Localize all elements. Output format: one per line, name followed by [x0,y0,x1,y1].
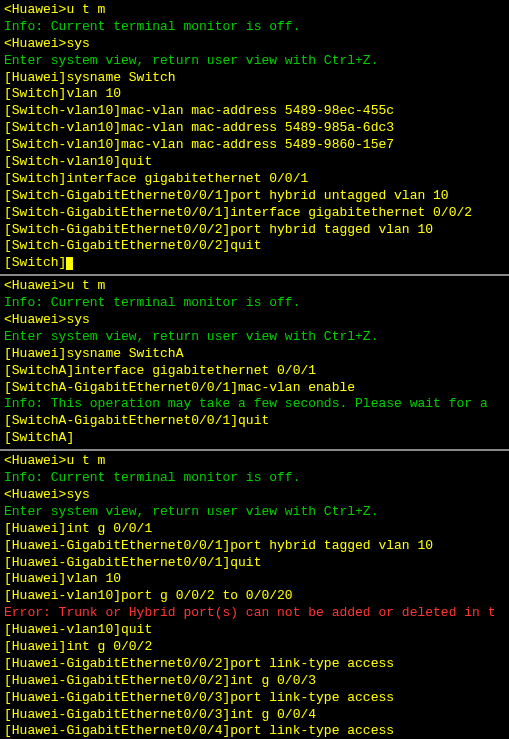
prompt-text: <Huawei>sys [4,312,90,327]
prompt-text: [SwitchA-GigabitEthernet0/0/1]mac-vlan e… [4,380,355,395]
prompt-text: [Huawei-GigabitEthernet0/0/2]int g 0/0/3 [4,673,316,688]
prompt-text: [Switch-vlan10]mac-vlan mac-address 5489… [4,137,394,152]
prompt-text: [Huawei-GigabitEthernet0/0/3]int g 0/0/4 [4,707,316,722]
terminal-line: [Huawei-GigabitEthernet0/0/4]port link-t… [4,723,505,739]
prompt-text: [Huawei]vlan 10 [4,571,121,586]
prompt-text: <Huawei>sys [4,36,90,51]
terminal-block-1: <Huawei>u t mInfo: Current terminal moni… [0,274,509,449]
prompt-text: [Huawei-GigabitEthernet0/0/1]quit [4,555,261,570]
terminal-line: [Huawei]int g 0/0/1 [4,521,505,538]
terminal-line: Info: Current terminal monitor is off. [4,19,505,36]
terminal-line: [Huawei]sysname Switch [4,70,505,87]
terminal-line: Info: This operation may take a few seco… [4,396,505,413]
terminal-block-2: <Huawei>u t mInfo: Current terminal moni… [0,449,509,739]
terminal-line: [Switch-GigabitEthernet0/0/1]interface g… [4,205,505,222]
prompt-text: [Switch] [4,255,66,270]
terminal-line: [Switch-GigabitEthernet0/0/2]port hybrid… [4,222,505,239]
prompt-text: [Huawei-GigabitEthernet0/0/1]port hybrid… [4,538,433,553]
terminal-line: [SwitchA]interface gigabitethernet 0/0/1 [4,363,505,380]
terminal-line: [Huawei]sysname SwitchA [4,346,505,363]
prompt-text: [SwitchA-GigabitEthernet0/0/1]quit [4,413,269,428]
terminal-line: [Switch] [4,255,505,272]
prompt-text: [Huawei]sysname Switch [4,70,176,85]
info-text: Enter system view, return user view with… [4,504,378,519]
prompt-text: [Switch-vlan10]mac-vlan mac-address 5489… [4,103,394,118]
prompt-text: [Switch-vlan10]mac-vlan mac-address 5489… [4,120,394,135]
info-text: Info: Current terminal monitor is off. [4,470,300,485]
terminal-line: Error: Trunk or Hybrid port(s) can not b… [4,605,505,622]
prompt-text: [Switch-GigabitEthernet0/0/2]port hybrid… [4,222,433,237]
terminal-line: [Huawei-vlan10]port g 0/0/2 to 0/0/20 [4,588,505,605]
prompt-text: [Switch-GigabitEthernet0/0/1]port hybrid… [4,188,449,203]
cursor-icon [66,257,73,270]
prompt-text: [Switch]interface gigabitethernet 0/0/1 [4,171,308,186]
info-text: Enter system view, return user view with… [4,329,378,344]
info-text: Info: This operation may take a few seco… [4,396,495,411]
terminal-line: [Huawei-GigabitEthernet0/0/1]quit [4,555,505,572]
prompt-text: [Huawei]int g 0/0/2 [4,639,152,654]
terminal-line: Info: Current terminal monitor is off. [4,295,505,312]
info-text: Enter system view, return user view with… [4,53,378,68]
terminal-line: <Huawei>sys [4,487,505,504]
prompt-text: [Huawei-GigabitEthernet0/0/3]port link-t… [4,690,394,705]
prompt-text: <Huawei>u t m [4,453,105,468]
terminal-line: [Switch-vlan10]quit [4,154,505,171]
terminal-line: [Switch-GigabitEthernet0/0/1]port hybrid… [4,188,505,205]
prompt-text: <Huawei>sys [4,487,90,502]
prompt-text: [Huawei-vlan10]port g 0/0/2 to 0/0/20 [4,588,293,603]
terminal-line: [Switch-vlan10]mac-vlan mac-address 5489… [4,103,505,120]
prompt-text: [Switch-GigabitEthernet0/0/1]interface g… [4,205,472,220]
terminal-line: [Switch]interface gigabitethernet 0/0/1 [4,171,505,188]
terminal-block-0: <Huawei>u t mInfo: Current terminal moni… [0,0,509,274]
terminal-line: [SwitchA] [4,430,505,447]
terminal-line: [Switch-vlan10]mac-vlan mac-address 5489… [4,137,505,154]
prompt-text: <Huawei>u t m [4,2,105,17]
terminal-line: [SwitchA-GigabitEthernet0/0/1]quit [4,413,505,430]
terminal-line: [Huawei-GigabitEthernet0/0/3]port link-t… [4,690,505,707]
terminal-line: <Huawei>u t m [4,453,505,470]
terminal-line: Info: Current terminal monitor is off. [4,470,505,487]
prompt-text: [Switch-vlan10]quit [4,154,152,169]
terminal-line: [Huawei-GigabitEthernet0/0/3]int g 0/0/4 [4,707,505,724]
terminal-line: [Switch-GigabitEthernet0/0/2]quit [4,238,505,255]
prompt-text: [Huawei]int g 0/0/1 [4,521,152,536]
prompt-text: [Huawei-GigabitEthernet0/0/2]port link-t… [4,656,394,671]
terminal-line: [Switch]vlan 10 [4,86,505,103]
terminal-line: [Huawei-GigabitEthernet0/0/2]port link-t… [4,656,505,673]
prompt-text: [Switch]vlan 10 [4,86,121,101]
terminal-line: [Huawei-GigabitEthernet0/0/1]port hybrid… [4,538,505,555]
terminal-line: [Huawei]vlan 10 [4,571,505,588]
terminal-line: [Huawei-GigabitEthernet0/0/2]int g 0/0/3 [4,673,505,690]
terminal-line: Enter system view, return user view with… [4,329,505,346]
terminal-line: [Huawei-vlan10]quit [4,622,505,639]
prompt-text: [SwitchA] [4,430,74,445]
prompt-text: [Huawei-GigabitEthernet0/0/4]port link-t… [4,723,394,738]
terminal-line: Enter system view, return user view with… [4,504,505,521]
terminal-line: [Huawei]int g 0/0/2 [4,639,505,656]
prompt-text: [Switch-GigabitEthernet0/0/2]quit [4,238,261,253]
error-text: Error: Trunk or Hybrid port(s) can not b… [4,605,495,620]
terminal-line: Enter system view, return user view with… [4,53,505,70]
terminal-line: <Huawei>sys [4,312,505,329]
terminal-line: <Huawei>sys [4,36,505,53]
terminal-container: <Huawei>u t mInfo: Current terminal moni… [0,0,509,739]
terminal-line: [SwitchA-GigabitEthernet0/0/1]mac-vlan e… [4,380,505,397]
terminal-line: [Switch-vlan10]mac-vlan mac-address 5489… [4,120,505,137]
prompt-text: [SwitchA]interface gigabitethernet 0/0/1 [4,363,316,378]
info-text: Info: Current terminal monitor is off. [4,19,300,34]
info-text: Info: Current terminal monitor is off. [4,295,300,310]
terminal-line: <Huawei>u t m [4,278,505,295]
prompt-text: [Huawei-vlan10]quit [4,622,152,637]
prompt-text: <Huawei>u t m [4,278,105,293]
terminal-line: <Huawei>u t m [4,2,505,19]
prompt-text: [Huawei]sysname SwitchA [4,346,183,361]
